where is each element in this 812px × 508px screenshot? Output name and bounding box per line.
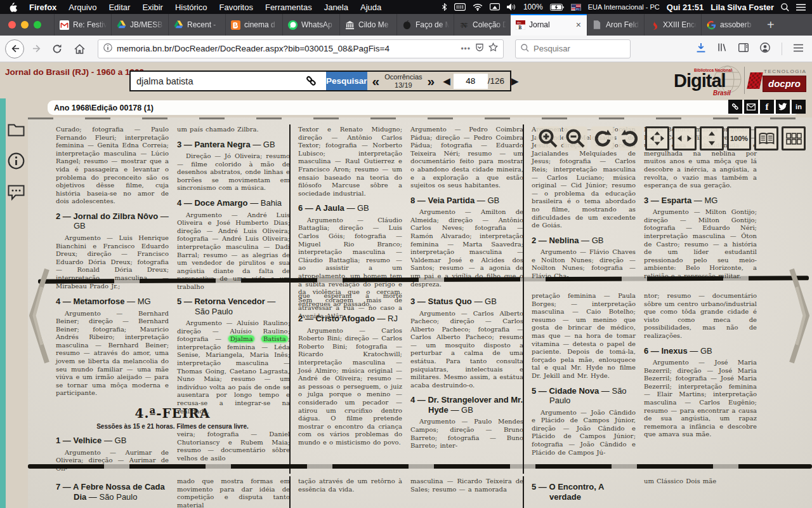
rotate-left-icon[interactable] (591, 126, 615, 150)
docpro-logo[interactable]: TECNOLOGIA docpro (749, 67, 808, 93)
side-panel-strip[interactable] (0, 98, 6, 508)
share-link-icon[interactable] (728, 100, 742, 114)
newspaper-paragraph: Argumento — Paulo Mendes Campos; direção… (410, 418, 523, 450)
link-icon[interactable] (302, 74, 320, 88)
next-occurrence-button[interactable]: » (422, 74, 440, 88)
apple-menu-icon[interactable] (9, 3, 17, 12)
browser-tab[interactable]: JB/MESB (111, 14, 168, 36)
fit-height-icon[interactable] (700, 126, 724, 150)
close-window-button[interactable] (8, 21, 16, 29)
spotlight-icon[interactable] (781, 3, 789, 11)
film-heading: 4 — Doce Amargo — Bahia (177, 198, 290, 208)
film-heading: 1 — Velhice — GB (56, 436, 169, 446)
site-info-icon[interactable] (103, 43, 112, 55)
zoom-window-button[interactable] (34, 21, 41, 29)
previous-occurrence-button[interactable]: « (367, 74, 385, 88)
url-input[interactable] (117, 44, 456, 53)
menu-ferramentas[interactable]: Ferramentas (265, 3, 312, 12)
menu-ajuda[interactable]: Ajuda (360, 3, 381, 12)
reload-button[interactable] (48, 44, 66, 54)
flag-icon[interactable] (571, 4, 581, 11)
google-drive-icon (173, 20, 183, 30)
linkedin-icon[interactable]: in (792, 100, 806, 114)
facebook-icon[interactable]: f (760, 100, 774, 114)
newspaper-paragraph: Argumento — Carlos Roberto Bini; direção… (298, 327, 402, 447)
folder-icon[interactable] (8, 122, 25, 139)
email-icon[interactable] (744, 100, 758, 114)
browser-tab[interactable]: WhatsAp (282, 14, 339, 36)
twitter-icon[interactable] (776, 100, 790, 114)
docreader-search-input[interactable] (131, 76, 302, 86)
dark-fruit-icon (402, 20, 412, 30)
home-button[interactable] (70, 44, 89, 54)
rotate-right-icon[interactable] (618, 126, 642, 150)
browser-search-input[interactable] (534, 44, 610, 53)
pocket-icon[interactable] (475, 43, 484, 55)
menu-historico[interactable]: Histórico (175, 3, 207, 12)
zoom-in-icon[interactable] (536, 126, 560, 150)
newspaper-paragraph: Argumento — Carlos Alberto Pacheco; dire… (410, 310, 523, 390)
menu-exibir[interactable]: Exibir (142, 3, 163, 12)
collection-title: Jornal do Brasil (RJ) - 1960 a 1969 (5, 67, 144, 77)
menu-firefox[interactable]: Firefox (29, 3, 56, 12)
fit-page-icon[interactable] (645, 126, 669, 150)
browser-tab[interactable]: XXIII Enco (644, 14, 701, 36)
thumbnails-icon[interactable] (782, 126, 806, 150)
browser-tab[interactable]: Cildo Me (339, 14, 396, 36)
menu-arquivo[interactable]: Arquivo (69, 3, 96, 12)
menu-janela[interactable]: Janela (324, 3, 348, 12)
pesquisar-button[interactable]: Pesquisar (326, 72, 367, 90)
browser-tab[interactable]: Aron Feld (587, 14, 644, 36)
gmail-icon (59, 20, 69, 30)
browser-tab[interactable]: Faço de M (396, 14, 454, 36)
newspaper-column: tação através de um retôrno à essência d… (289, 476, 402, 508)
info-icon[interactable] (8, 152, 25, 172)
bookmark-star-icon[interactable] (488, 43, 498, 55)
film-heading: 5 — O Encontro, A verdade (532, 482, 636, 502)
url-bar[interactable]: ••• (98, 39, 504, 58)
previous-page-button[interactable]: ◀ (440, 76, 454, 87)
forward-button[interactable] (28, 44, 46, 53)
input-source-label[interactable]: EUA Internacional - PC (588, 3, 660, 11)
display-mirror-icon[interactable] (490, 3, 500, 11)
back-button[interactable] (5, 39, 24, 58)
page-actions-icon[interactable]: ••• (461, 44, 471, 53)
memory-icon[interactable] (454, 3, 466, 11)
book-view-icon[interactable] (754, 126, 778, 150)
film-heading: 3 — Esparta — MG (644, 196, 757, 206)
library-icon[interactable] (717, 43, 727, 55)
browser-tab[interactable]: Re: Festiv (54, 14, 111, 36)
svg-text:B: B (518, 24, 521, 29)
fit-width-icon[interactable] (672, 126, 697, 150)
menubar-clock[interactable]: Qui 21:51 (667, 3, 704, 12)
menu-hamburger-icon[interactable] (794, 43, 803, 55)
minimize-window-button[interactable] (21, 21, 29, 29)
downloads-icon[interactable] (696, 43, 706, 55)
account-icon[interactable] (760, 43, 770, 55)
bluetooth-icon[interactable] (442, 3, 447, 11)
page-number-input[interactable] (454, 74, 488, 89)
browser-tab[interactable]: assoberb (701, 14, 758, 36)
zoom-100-button[interactable]: 100% (727, 126, 751, 150)
menu-editar[interactable]: Editar (108, 3, 130, 12)
zoom-out-icon[interactable] (563, 126, 587, 150)
next-page-button[interactable]: ▶ (508, 76, 522, 87)
bn-digital-logo[interactable]: Biblioteca Nacional Digital Brasil (672, 64, 743, 97)
volume-icon[interactable] (507, 3, 516, 11)
browser-tab[interactable]: cinema d (225, 14, 282, 36)
wifi-icon[interactable] (473, 3, 483, 11)
menubar-username[interactable]: Lila Silva Foster (710, 3, 774, 12)
browser-search-field[interactable] (515, 39, 631, 58)
browser-tab-active[interactable]: docBJornal× (511, 14, 587, 36)
notification-center-icon[interactable] (796, 4, 806, 11)
menu-favoritos[interactable]: Favoritos (219, 3, 252, 12)
close-tab-icon[interactable]: × (575, 20, 582, 30)
sidebar-toggle-icon[interactable] (738, 43, 749, 55)
new-tab-button[interactable]: + (758, 14, 783, 36)
previous-page-chevron[interactable] (27, 267, 49, 368)
newspaper-column: um Clássico Dois mãe (644, 476, 757, 508)
browser-tab[interactable]: NColeção D (454, 14, 511, 36)
browser-tab[interactable]: Recent - (168, 14, 225, 36)
next-page-chevron[interactable] (789, 267, 812, 368)
comments-icon[interactable] (8, 185, 25, 203)
